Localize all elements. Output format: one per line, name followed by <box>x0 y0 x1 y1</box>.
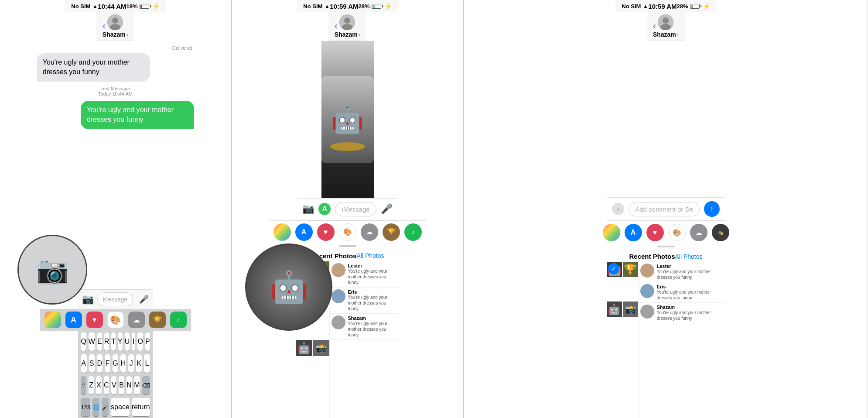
bottom-content-3: 🤖 ✓ 🏆 🤖 📸 Lester You're ugly and your mo… <box>607 262 725 418</box>
carrier-3: No SIM <box>622 3 641 10</box>
conv-item-3-3[interactable]: Shazam You're ugly and your mother dress… <box>639 303 725 323</box>
key-o[interactable]: O <box>137 332 143 351</box>
key-g[interactable]: G <box>113 354 118 373</box>
key-z[interactable]: Z <box>89 376 94 394</box>
status-left-1: No SIM ▲ <box>71 3 98 10</box>
key-r[interactable]: R <box>104 332 109 351</box>
key-f[interactable]: F <box>105 354 110 373</box>
photos-icon-1[interactable] <box>44 312 61 328</box>
photos-strip-icon-3[interactable] <box>603 224 620 241</box>
pinwheel-strip-icon-2[interactable]: 🎨 <box>339 223 356 241</box>
nav-contact-3[interactable]: Shazam › <box>653 14 679 38</box>
all-photos-link-3[interactable]: All Photos <box>675 253 702 260</box>
pinwheel-icon-1[interactable]: 🎨 <box>107 312 124 328</box>
key-dictation[interactable]: 🎤 <box>102 398 109 416</box>
heart-strip-icon-3[interactable]: ♥ <box>646 224 664 241</box>
heartbeat-icon-1[interactable]: ♥ <box>86 312 103 328</box>
key-t[interactable]: T <box>111 332 116 351</box>
key-c[interactable]: C <box>104 376 109 394</box>
key-return[interactable]: return <box>132 398 150 416</box>
camera-btn-2[interactable]: 📷 <box>302 203 314 215</box>
photo-cell-2-4[interactable]: 📸 <box>313 340 329 356</box>
key-k[interactable]: K <box>136 354 142 373</box>
time-2: 10:59 AM <box>330 3 358 10</box>
key-e[interactable]: E <box>97 332 102 351</box>
pinwheel-strip-icon-3[interactable]: 🎨 <box>668 224 686 241</box>
chevron-btn-3[interactable]: › <box>612 203 624 215</box>
scroll-indicator-2 <box>339 245 356 247</box>
charging-icon-2: ⚡ <box>385 3 392 10</box>
key-q[interactable]: Q <box>81 332 86 351</box>
photo-cell-3-4[interactable]: 📸 <box>623 302 638 317</box>
key-l[interactable]: L <box>144 354 150 373</box>
conv-item-3-2[interactable]: Eris You're ugly and your mother dresses… <box>639 282 725 303</box>
mic-btn-2[interactable]: 🎤 <box>381 203 393 215</box>
key-y[interactable]: Y <box>118 332 123 351</box>
key-i[interactable]: I <box>132 332 135 351</box>
nav-bar-2: ‹ Shazam › <box>328 12 366 41</box>
message-input-1[interactable]: Message <box>97 292 133 306</box>
battery-pct-2: 28% <box>359 3 370 10</box>
wifi-icon-2: ▲ <box>324 3 330 10</box>
ar-base-2 <box>330 142 365 151</box>
key-p[interactable]: P <box>145 332 150 351</box>
key-backspace[interactable]: ⌫ <box>142 376 150 394</box>
send-btn-inline-3[interactable]: ↑ <box>704 201 720 217</box>
photo-cell-2-3[interactable]: 🤖 <box>296 340 312 356</box>
key-n[interactable]: N <box>126 376 132 394</box>
svg-point-4 <box>344 17 350 24</box>
key-h[interactable]: H <box>120 354 126 373</box>
key-j[interactable]: J <box>128 354 134 373</box>
key-space[interactable]: space <box>111 398 130 416</box>
key-w[interactable]: W <box>89 332 95 351</box>
key-v[interactable]: V <box>111 376 116 394</box>
key-123[interactable]: 123 <box>81 398 90 416</box>
conv-item-2-1[interactable]: Lester You're ugly and your mother dress… <box>330 261 399 288</box>
magnifier-circle-2: 🤖 <box>245 243 332 331</box>
key-d[interactable]: D <box>97 354 103 373</box>
key-globe[interactable]: 🌐 <box>92 398 99 416</box>
key-a[interactable]: A <box>81 354 86 373</box>
msg-toolbar-3: › Add comment or Se ↑ <box>607 197 725 221</box>
photo-cell-3-2[interactable]: 🏆 <box>623 262 638 277</box>
appstore-badge-2[interactable]: A <box>318 203 331 215</box>
camera-icon-1[interactable]: 📷 <box>82 294 94 305</box>
all-photos-link-2[interactable]: All Photos <box>356 252 384 259</box>
cloud-icon-1[interactable]: ☁ <box>128 312 145 328</box>
cloud-strip-icon-2[interactable]: ☁ <box>361 223 378 241</box>
message-input-3[interactable]: Add comment or Se <box>629 202 700 216</box>
key-m[interactable]: M <box>134 376 140 394</box>
app-strip-2: A ♥ 🎨 ☁ 🏆 ♪ <box>269 220 426 243</box>
conv-item-2-3[interactable]: Shazam You're ugly and your mother dress… <box>330 314 399 340</box>
cloud-strip-icon-3[interactable]: ☁ <box>690 224 707 241</box>
appstore-strip-icon-3[interactable]: A <box>625 224 642 241</box>
mic-icon-1[interactable]: 🎤 <box>139 295 149 304</box>
conv-item-3-1[interactable]: Lester You're ugly and your mother dress… <box>639 262 725 282</box>
contact-chevron-2: › <box>359 31 360 38</box>
spotify-strip-icon-2[interactable]: ♪ <box>404 223 422 241</box>
trophy-strip-icon-2[interactable]: 🏆 <box>383 223 400 241</box>
photos-strip-icon-2[interactable] <box>273 223 291 241</box>
appstore-icon-1[interactable]: A <box>65 312 82 328</box>
back-button-3[interactable]: ‹ <box>653 21 656 32</box>
spotify-icon-1[interactable]: ♪ <box>170 312 187 328</box>
nav-bar-3: ‹ Shazam › <box>647 12 685 41</box>
back-button-2[interactable]: ‹ <box>335 21 338 32</box>
key-x[interactable]: X <box>96 376 101 394</box>
key-b[interactable]: B <box>119 376 124 394</box>
heart-strip-icon-2[interactable]: ♥ <box>317 223 335 241</box>
status-left-2: No SIM ▲ <box>303 3 330 10</box>
nav-contact-1[interactable]: Shazam › <box>103 14 128 38</box>
nav-contact-2[interactable]: Shazam › <box>335 14 360 38</box>
mystery-strip-icon-3[interactable]: 🎭 <box>712 224 729 241</box>
key-u[interactable]: U <box>125 332 130 351</box>
key-shift[interactable]: ⇧ <box>81 376 86 394</box>
appstore-strip-icon-2[interactable]: A <box>295 223 313 241</box>
key-s[interactable]: S <box>89 354 95 373</box>
photo-cell-3-3[interactable]: 🤖 <box>607 302 622 317</box>
conv-item-2-2[interactable]: Eris You're ugly and your mother dresses… <box>330 288 399 314</box>
message-input-2[interactable]: iMessage <box>335 202 376 216</box>
photo-cell-3-1[interactable]: 🤖 ✓ <box>607 262 622 277</box>
back-button-1[interactable]: ‹ <box>103 21 106 32</box>
trophy-icon-1[interactable]: 🏆 <box>149 312 166 328</box>
